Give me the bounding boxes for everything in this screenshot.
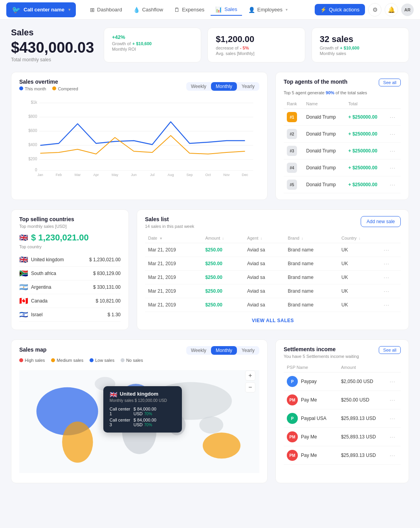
sales-map-section: Sales map Weekly Monthly Yearly High sal… xyxy=(11,339,268,483)
sale-actions-button[interactable]: ··· xyxy=(384,302,390,308)
agent-total-cell: + $250000.00 xyxy=(345,143,387,160)
chart-toggle-monthly[interactable]: Monthly xyxy=(211,82,237,91)
svg-text:Jan: Jan xyxy=(37,173,43,177)
stat-avg-label: Avg. sales [Monthly] xyxy=(216,51,297,56)
sale-actions-button[interactable]: ··· xyxy=(384,247,390,253)
agents-col-name: Name xyxy=(303,99,345,109)
settlement-actions-button[interactable]: ··· xyxy=(390,434,396,440)
settlements-table-row: P Paypal USA $25,893.13 USD ··· xyxy=(284,409,401,428)
sale-agent: Aviad sa xyxy=(244,284,285,298)
agents-see-all-button[interactable]: See all xyxy=(379,79,401,86)
sales-col-agent: Agent ↕ xyxy=(244,233,285,243)
nav-cashflow[interactable]: 💧 Cashflow xyxy=(128,4,168,15)
settlement-actions-button[interactable]: ··· xyxy=(390,415,396,422)
agent-actions-button[interactable]: ··· xyxy=(390,148,396,154)
agent-actions-button[interactable]: ··· xyxy=(390,182,396,188)
avatar-label: AR xyxy=(404,7,411,12)
employees-icon: 👤 xyxy=(248,7,255,13)
sale-actions-button[interactable]: ··· xyxy=(384,260,390,267)
settlement-psp: PM Pay Me xyxy=(284,428,338,446)
rank-badge: #4 xyxy=(287,163,297,173)
high-sales-dot xyxy=(19,358,23,362)
sale-actions-button[interactable]: ··· xyxy=(384,274,390,280)
stat-roi-label: Monthly ROI xyxy=(112,47,193,51)
brand-name: Call center name xyxy=(24,7,64,13)
country-name: United kingdom xyxy=(31,257,86,262)
agents-subtitle: Top 5 agent generate 90% of the total sa… xyxy=(284,90,401,95)
settlement-amount: $2,050.00 USD xyxy=(338,372,387,391)
agents-table-row: #2 Donald Trump + $250000.00 ··· xyxy=(284,126,401,143)
main-content: Sales $430,000.03 Total monthly sales +4… xyxy=(0,20,420,500)
map-toggle-yearly[interactable]: Yearly xyxy=(237,346,259,355)
top-selling-countries: Top selling countries Top monthly sales … xyxy=(11,209,129,330)
map-zoom-in-button[interactable]: + xyxy=(245,370,255,381)
nav-items: ⊞ Dashboard 💧 Cashflow 🗒 Expenses 📊 Sale… xyxy=(85,4,315,16)
chart-toggle-yearly[interactable]: Yearly xyxy=(237,82,259,91)
nav-sales[interactable]: 📊 Sales xyxy=(211,4,242,16)
svg-point-33 xyxy=(199,416,223,434)
svg-text:Mar: Mar xyxy=(75,173,81,177)
top-country-label: Top country xyxy=(19,244,121,249)
country-amount: $ 1,230,021.00 xyxy=(89,257,121,262)
settlement-actions-button[interactable]: ··· xyxy=(390,378,396,385)
rank-badge: #3 xyxy=(287,146,297,156)
sales-table-row: Mar 21, 2019 $250.00 Aviad sa Brand name… xyxy=(145,284,401,298)
sales-icon: 📊 xyxy=(215,6,222,13)
svg-text:Sep: Sep xyxy=(186,173,193,177)
tooltip-title-row: 🇬🇧 United kingdom xyxy=(110,391,176,398)
settlement-psp: P Paypal USA xyxy=(284,409,338,428)
chart-toggle-weekly[interactable]: Weekly xyxy=(186,82,211,91)
view-all-sales-link[interactable]: VIEW ALL SALES xyxy=(252,318,294,323)
countries-sales-row: Top selling countries Top monthly sales … xyxy=(11,209,409,330)
sale-date: Mar 21, 2019 xyxy=(145,284,202,298)
sales-table-row: Mar 21, 2019 $250.00 Aviad sa Brand name… xyxy=(145,271,401,284)
country-list-item: 🇬🇧 United kingdom $ 1,230,021.00 xyxy=(19,253,121,267)
settlement-actions-button[interactable]: ··· xyxy=(390,452,396,458)
map-zoom-out-button[interactable]: − xyxy=(245,382,255,392)
agent-rank-cell: #1 xyxy=(284,109,303,126)
rank-badge: #5 xyxy=(287,180,297,190)
employees-chevron-icon: ▾ xyxy=(286,7,288,12)
total-sales-value: $430,000.03 xyxy=(11,39,97,56)
quick-actions-button[interactable]: ⚡ Quick actions xyxy=(315,4,365,15)
nav-dashboard[interactable]: ⊞ Dashboard xyxy=(85,4,127,15)
sale-actions-button[interactable]: ··· xyxy=(384,288,390,294)
svg-point-31 xyxy=(203,433,240,458)
svg-text:$600: $600 xyxy=(28,128,37,133)
nav-employees[interactable]: 👤 Employees ▾ xyxy=(244,4,292,15)
settlements-col-amount: Amount xyxy=(338,363,387,372)
settlements-see-all-button[interactable]: See all xyxy=(379,346,401,354)
map-toggle-monthly[interactable]: Monthly xyxy=(211,346,237,355)
psp-avatar: PM xyxy=(287,450,298,461)
settings-icon[interactable]: ⚙ xyxy=(368,3,381,16)
country-name: South africa xyxy=(31,271,90,276)
map-tooltip: 🇬🇧 United kingdom Monthly sales $ 120,00… xyxy=(103,386,182,433)
sale-agent: Aviad sa xyxy=(244,243,285,257)
settlement-actions-button[interactable]: ··· xyxy=(390,397,396,403)
nav-expenses[interactable]: 🗒 Expenses xyxy=(169,4,209,15)
stat-avg-growth-amount: - 5% xyxy=(240,46,249,50)
sales-col-country: Country ↕ xyxy=(338,233,380,243)
country-name: Israel xyxy=(31,312,105,317)
view-all-sales[interactable]: VIEW ALL SALES xyxy=(145,317,401,323)
add-new-sale-button[interactable]: Add new sale xyxy=(361,216,401,227)
sale-agent: Aviad sa xyxy=(244,298,285,312)
agent-actions-button[interactable]: ··· xyxy=(390,114,396,120)
agent-actions-button[interactable]: ··· xyxy=(390,165,396,171)
svg-text:$800: $800 xyxy=(28,114,37,119)
stats-row: Sales $430,000.03 Total monthly sales +4… xyxy=(11,28,409,62)
sale-date: Mar 21, 2019 xyxy=(145,298,202,312)
map-settlements-row: Sales map Weekly Monthly Yearly High sal… xyxy=(11,339,409,483)
svg-text:Dec: Dec xyxy=(242,173,248,177)
map-toggle-weekly[interactable]: Weekly xyxy=(186,346,211,355)
notifications-icon[interactable]: 🔔 xyxy=(385,3,398,16)
country-flag: 🇦🇷 xyxy=(19,283,28,292)
agent-actions-button[interactable]: ··· xyxy=(390,131,396,137)
settlement-amount: $25,893.13 USD xyxy=(338,428,387,446)
brand[interactable]: 🐦 Call center name ▾ xyxy=(6,2,76,17)
nav-expenses-label: Expenses xyxy=(182,7,204,13)
brand-icon: 🐦 xyxy=(12,6,20,14)
sale-country: UK xyxy=(338,243,380,257)
stat-monthly-growth-amount: + $10,600 xyxy=(340,46,359,50)
avatar[interactable]: AR xyxy=(401,4,414,16)
